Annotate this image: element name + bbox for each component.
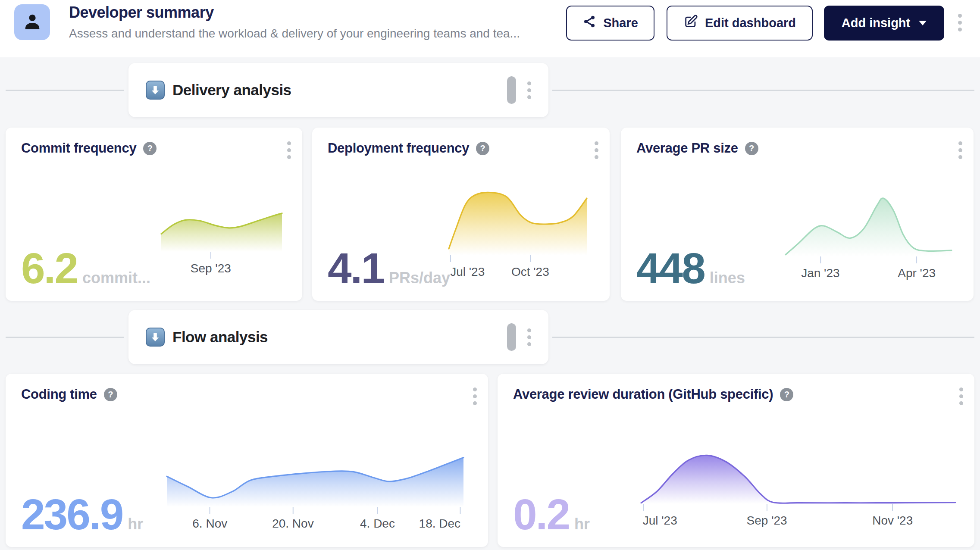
- x-axis-tick: 18. Dec: [419, 507, 461, 531]
- add-insight-label: Add insight: [842, 16, 910, 30]
- card-commit-frequency: Commit frequency Sep '23 6.2 commit...: [6, 128, 302, 301]
- card-average-pr-size: Average PR size Jan '23Apr '23 448 lines: [621, 128, 974, 301]
- help-icon[interactable]: [104, 388, 117, 401]
- card-coding-time: Coding time 6. Nov20. Nov4. Dec18. Dec 2…: [6, 374, 488, 547]
- x-axis-tick: 20. Nov: [272, 507, 314, 531]
- down-arrow-emoji: [146, 328, 165, 347]
- metric-value: 6.2: [21, 247, 77, 290]
- metric-value: 448: [636, 247, 704, 290]
- deployment-frequency-sparkline: Jul '23Oct '23: [449, 191, 587, 255]
- share-label: Share: [603, 16, 638, 30]
- average-review-duration-sparkline: Jul '23Sep '23Nov '23: [641, 454, 955, 504]
- card-title: Average PR size: [636, 141, 738, 156]
- metric-unit: hr: [574, 515, 590, 533]
- area-chart: [786, 195, 952, 256]
- share-button[interactable]: Share: [566, 6, 654, 41]
- edit-dashboard-button[interactable]: Edit dashboard: [667, 6, 813, 41]
- area-chart: [161, 212, 282, 252]
- x-axis-tick: Oct '23: [511, 255, 549, 279]
- x-axis-tick: Jul '23: [450, 255, 485, 279]
- card-kebab-menu[interactable]: [959, 388, 963, 405]
- section-divider-left: [6, 337, 124, 338]
- area-chart: [167, 456, 463, 507]
- card-average-review-duration: Average review duration (GitHub specific…: [498, 374, 974, 547]
- commit-frequency-sparkline: Sep '23: [161, 212, 282, 252]
- card-kebab-menu[interactable]: [473, 388, 477, 405]
- x-axis-tick: Nov '23: [872, 504, 913, 528]
- metric-unit: lines: [710, 269, 745, 287]
- average-pr-size-sparkline: Jan '23Apr '23: [786, 195, 952, 256]
- x-axis-ticks: Jan '23Apr '23: [786, 256, 952, 282]
- help-icon[interactable]: [780, 388, 793, 401]
- page-title: Developer summary: [69, 3, 214, 22]
- header-kebab-menu[interactable]: [958, 14, 962, 31]
- section-title: Delivery analysis: [172, 81, 291, 99]
- help-icon[interactable]: [476, 142, 489, 155]
- area-chart: [641, 454, 955, 504]
- section-kebab-menu[interactable]: [527, 81, 531, 99]
- dashboard-avatar[interactable]: [14, 4, 50, 40]
- metric-value: 4.1: [328, 247, 384, 290]
- x-axis-tick: Sep '23: [747, 504, 787, 528]
- card-kebab-menu[interactable]: [958, 141, 962, 159]
- card-title: Average review duration (GitHub specific…: [513, 387, 773, 402]
- x-axis-tick: Sep '23: [191, 252, 231, 275]
- card-kebab-menu[interactable]: [595, 141, 598, 159]
- x-axis-tick: Jan '23: [801, 256, 839, 280]
- help-icon[interactable]: [745, 142, 758, 155]
- down-arrow-emoji: [146, 81, 165, 100]
- x-axis-tick: Apr '23: [898, 256, 936, 280]
- chevron-down-icon: [919, 21, 927, 25]
- drag-handle[interactable]: [507, 76, 516, 104]
- section-divider-left: [6, 90, 124, 91]
- section-divider-right: [552, 337, 974, 338]
- section-header-flow-analysis: Flow analysis: [128, 310, 548, 364]
- drag-handle[interactable]: [507, 323, 516, 351]
- x-axis-tick: 4. Dec: [360, 507, 395, 531]
- section-header-delivery-analysis: Delivery analysis: [128, 63, 548, 117]
- help-icon[interactable]: [143, 142, 157, 155]
- edit-icon: [683, 14, 698, 32]
- metric-value: 236.9: [21, 493, 122, 536]
- card-title: Coding time: [21, 387, 97, 402]
- header-bar: Developer summary Assess and understand …: [0, 0, 980, 57]
- x-axis-ticks: 6. Nov20. Nov4. Dec18. Dec: [167, 507, 463, 533]
- card-deployment-frequency: Deployment frequency Jul '23Oct '23 4.1 …: [312, 128, 610, 301]
- area-chart: [449, 191, 587, 255]
- metric-unit: commit...: [82, 269, 150, 287]
- x-axis-ticks: Jul '23Sep '23Nov '23: [641, 504, 955, 530]
- metric-unit: hr: [128, 515, 143, 533]
- x-axis-ticks: Sep '23: [161, 252, 282, 278]
- metric-value: 0.2: [513, 493, 569, 536]
- section-kebab-menu[interactable]: [527, 328, 531, 346]
- card-title: Commit frequency: [21, 141, 136, 156]
- metric-unit: PRs/day: [389, 269, 450, 287]
- section-divider-right: [552, 90, 974, 91]
- card-title: Deployment frequency: [328, 141, 469, 156]
- share-icon: [582, 15, 596, 31]
- x-axis-tick: 6. Nov: [192, 507, 227, 531]
- person-icon: [22, 12, 42, 33]
- x-axis-ticks: Jul '23Oct '23: [449, 255, 587, 281]
- section-title: Flow analysis: [172, 328, 268, 346]
- edit-dashboard-label: Edit dashboard: [705, 16, 796, 30]
- card-kebab-menu[interactable]: [287, 141, 291, 159]
- add-insight-button[interactable]: Add insight: [824, 6, 944, 41]
- coding-time-sparkline: 6. Nov20. Nov4. Dec18. Dec: [167, 456, 463, 507]
- x-axis-tick: Jul '23: [643, 504, 677, 528]
- page-subtitle: Assess and understand the workload & del…: [69, 27, 520, 41]
